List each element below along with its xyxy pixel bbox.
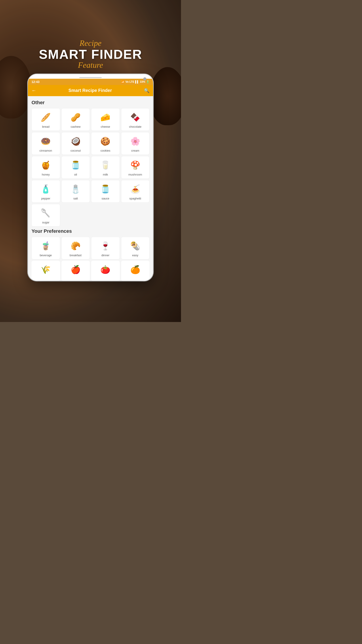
item-icon-cheese: 🧀 <box>100 112 111 123</box>
item-label-chocolate: chocolate <box>129 125 141 128</box>
battery-icon: 🔋 <box>146 80 149 84</box>
item-label-bread: bread <box>42 125 49 128</box>
item-label-coconut: coconut <box>70 149 81 152</box>
grid-item-sugar[interactable]: 🥄 sugar <box>31 204 60 226</box>
item-label-sugar: sugar <box>42 221 49 224</box>
grid-item-cheese[interactable]: 🧀 cheese <box>91 108 120 131</box>
grid-item-milk[interactable]: 🥛 milk <box>91 156 120 179</box>
wifi-icon: 📶 <box>121 80 124 84</box>
preferences-title: Your Preferences <box>31 228 149 234</box>
phone-top-bar <box>28 74 153 79</box>
partial-item-grain[interactable]: 🌾 <box>31 261 60 281</box>
pref-item-breakfast[interactable]: 🥐 breakfast <box>61 237 90 260</box>
phone-camera <box>143 77 146 80</box>
other-grid: 🥖 bread 🥜 cashew 🧀 cheese 🍫 chocolate 🍩 … <box>31 108 149 226</box>
hero-title: Recipe SMART FINDER Feature <box>39 39 142 70</box>
partial-icon-apple: 🍎 <box>70 264 81 276</box>
grid-item-sauce[interactable]: 🫙 sauce <box>91 180 120 202</box>
item-label-cheese: cheese <box>101 125 110 128</box>
item-icon-bread: 🥖 <box>40 112 52 123</box>
partial-item-tomato[interactable]: 🍅 <box>91 261 120 281</box>
signal-text: Vo LTE <box>125 80 134 84</box>
item-label-mushroom: mushroom <box>128 173 142 176</box>
item-icon-milk: 🥛 <box>100 160 111 171</box>
status-time: 12:43 <box>31 80 39 84</box>
grid-item-mushroom[interactable]: 🍄 mushroom <box>121 156 150 179</box>
pref-item-dinner[interactable]: 🍷 dinner <box>91 237 120 260</box>
item-icon-sugar: 🥄 <box>40 207 52 219</box>
pref-label-beverage: beverage <box>40 254 52 257</box>
partial-item-apple[interactable]: 🍎 <box>61 261 90 281</box>
item-label-pepper: pepper <box>41 197 50 200</box>
partial-item-orange[interactable]: 🍊 <box>121 261 150 281</box>
battery-text: 33% <box>140 80 145 84</box>
grid-item-chocolate[interactable]: 🍫 chocolate <box>121 108 150 131</box>
search-icon[interactable]: 🔍 <box>144 88 149 93</box>
signal-bars: ▌▌ <box>135 80 139 84</box>
preferences-grid: 🧋 beverage 🥐 breakfast 🍷 dinner 🌯 easy <box>31 237 149 260</box>
nav-title: Smart Recipe Finder <box>39 88 141 93</box>
item-icon-mushroom: 🍄 <box>129 160 141 171</box>
item-label-oil: oil <box>74 173 77 176</box>
item-icon-cookies: 🍪 <box>100 136 111 147</box>
pref-icon-dinner: 🍷 <box>100 240 111 252</box>
item-icon-chocolate: 🍫 <box>129 112 141 123</box>
grid-item-coconut[interactable]: 🥥 coconut <box>61 132 90 155</box>
hero-recipe-text: Recipe <box>39 39 142 48</box>
partial-icon-orange: 🍊 <box>129 264 141 276</box>
item-label-sauce: sauce <box>101 197 109 200</box>
pref-item-easy[interactable]: 🌯 easy <box>121 237 150 260</box>
item-label-honey: honey <box>42 173 50 176</box>
pref-label-breakfast: breakfast <box>70 254 81 257</box>
phone-frame: 12:43 📶 Vo LTE ▌▌ 33% 🔋 ← Smart Recipe F… <box>28 74 153 281</box>
pref-icon-breakfast: 🥐 <box>70 240 81 252</box>
item-label-spaghetti: spaghetti <box>129 197 141 200</box>
grid-item-pepper[interactable]: 🧴 pepper <box>31 180 60 202</box>
item-label-cashew: cashew <box>71 125 80 128</box>
hero-feature-text: Feature <box>39 61 142 70</box>
grid-item-salt[interactable]: 🧂 salt <box>61 180 90 202</box>
item-label-salt: salt <box>73 197 78 200</box>
grid-item-cinnamon[interactable]: 🍩 cinnamon <box>31 132 60 155</box>
pref-label-easy: easy <box>132 254 138 257</box>
grid-item-cookies[interactable]: 🍪 cookies <box>91 132 120 155</box>
pref-icon-beverage: 🧋 <box>40 240 52 252</box>
grid-item-oil[interactable]: 🫙 oil <box>61 156 90 179</box>
top-nav: ← Smart Recipe Finder 🔍 <box>28 85 153 96</box>
grid-item-bread[interactable]: 🥖 bread <box>31 108 60 131</box>
pref-icon-easy: 🌯 <box>129 240 141 252</box>
item-icon-honey: 🍯 <box>40 160 52 171</box>
item-label-cream: cream <box>131 149 139 152</box>
page-wrapper: Recipe SMART FINDER Feature 12:43 📶 Vo L… <box>0 34 181 287</box>
item-icon-cinnamon: 🍩 <box>40 136 52 147</box>
status-icons: 📶 Vo LTE ▌▌ 33% 🔋 <box>121 80 149 84</box>
grid-item-cream[interactable]: 🌸 cream <box>121 132 150 155</box>
item-icon-salt: 🧂 <box>70 183 81 195</box>
item-label-cookies: cookies <box>100 149 110 152</box>
partial-icon-grain: 🌾 <box>40 264 52 276</box>
item-icon-coconut: 🥥 <box>70 136 81 147</box>
item-icon-pepper: 🧴 <box>40 183 52 195</box>
item-icon-spaghetti: 🍝 <box>129 183 141 195</box>
partial-icon-tomato: 🍅 <box>100 264 111 276</box>
item-icon-oil: 🫙 <box>70 160 81 171</box>
grid-item-honey[interactable]: 🍯 honey <box>31 156 60 179</box>
grid-item-cashew[interactable]: 🥜 cashew <box>61 108 90 131</box>
item-label-milk: milk <box>103 173 108 176</box>
other-section-title: Other <box>31 100 149 106</box>
phone-notch <box>79 77 102 78</box>
item-icon-cashew: 🥜 <box>70 112 81 123</box>
partial-row: 🌾 🍎 🍅 🍊 <box>31 261 149 281</box>
item-label-cinnamon: cinnamon <box>39 149 52 152</box>
item-icon-sauce: 🫙 <box>100 183 111 195</box>
grid-item-spaghetti[interactable]: 🍝 spaghetti <box>121 180 150 202</box>
pref-item-beverage[interactable]: 🧋 beverage <box>31 237 60 260</box>
content-area: Other 🥖 bread 🥜 cashew 🧀 cheese 🍫 chocol… <box>28 96 153 281</box>
pref-label-dinner: dinner <box>101 254 109 257</box>
back-button[interactable]: ← <box>31 88 36 94</box>
status-bar: 12:43 📶 Vo LTE ▌▌ 33% 🔋 <box>28 79 153 85</box>
hero-smart-text: SMART FINDER <box>39 48 142 61</box>
item-icon-cream: 🌸 <box>129 136 141 147</box>
preferences-section: Your Preferences 🧋 beverage 🥐 breakfast … <box>31 228 149 281</box>
